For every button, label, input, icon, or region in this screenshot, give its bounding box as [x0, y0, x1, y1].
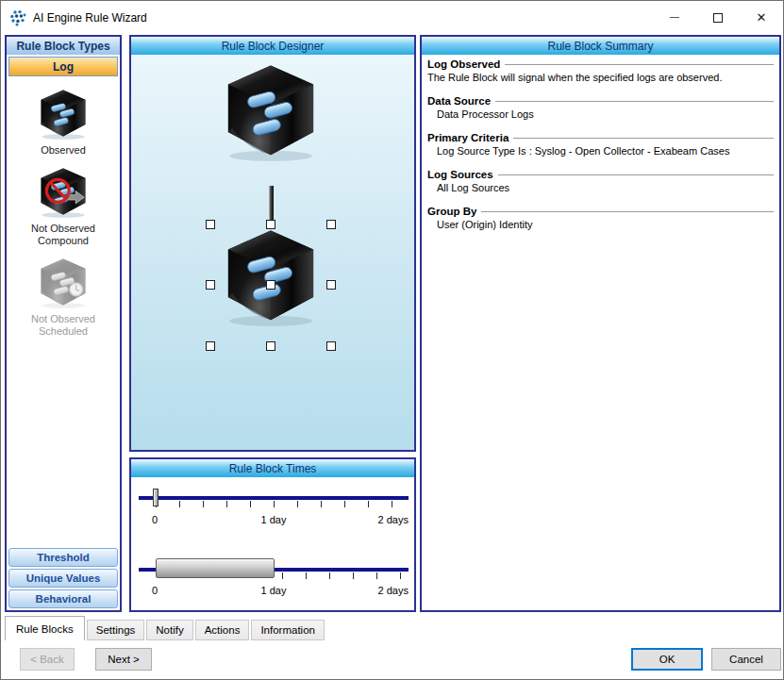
behavioral-category-button[interactable]: Behavioral — [8, 589, 118, 608]
summary-section-title: Log Observed — [427, 58, 774, 70]
not-observed-scheduled-icon — [34, 256, 92, 309]
tick-label: 2 days — [378, 585, 409, 596]
tab-information[interactable]: Information — [251, 620, 325, 640]
range-slider-ticks — [282, 572, 412, 579]
summary-section-text: User (Origin) Identity — [427, 219, 774, 230]
time-slider-track[interactable] — [139, 496, 409, 500]
selection-handle-bottom-left[interactable] — [206, 341, 215, 351]
rule-block-designer-header: Rule Block Designer — [131, 37, 414, 55]
not-observed-compound-icon — [34, 165, 92, 219]
rule-type-not-observed-compound-label: Not Observed Compound — [20, 223, 107, 247]
selection-handle-mid-left[interactable] — [206, 280, 215, 290]
minimize-button[interactable] — [653, 1, 696, 34]
time-slider-thumb[interactable] — [153, 489, 158, 506]
source-rule-block-cube[interactable] — [214, 59, 327, 163]
summary-section-title: Group By — [427, 206, 774, 217]
time-slider-ticks — [156, 501, 407, 507]
selection-handle-mid-center[interactable] — [266, 280, 275, 290]
designer-canvas[interactable] — [131, 55, 414, 450]
rule-block-types-panel: Rule Block Types Log Observed Not Observ… — [5, 35, 122, 612]
logrhythm-logo-icon — [9, 9, 26, 26]
tab-rule-blocks[interactable]: Rule Blocks — [5, 616, 85, 640]
summary-section: Primary Criteria Log Source Type Is : Sy… — [427, 132, 774, 157]
summary-section-text: Data Processor Logs — [427, 108, 774, 120]
range-slider-labels: 0 1 day 2 days — [139, 585, 409, 597]
range-slider-bar[interactable] — [156, 558, 275, 578]
rule-block-summary-panel: Rule Block Summary Log Observed The Rule… — [420, 35, 781, 612]
selection-handle-top-left[interactable] — [206, 220, 215, 229]
unique-values-category-button[interactable]: Unique Values — [8, 569, 118, 588]
selection-handle-bottom-right[interactable] — [326, 341, 336, 351]
tick-label: 0 — [152, 514, 158, 525]
rule-type-not-observed-scheduled-label: Not Observed Scheduled — [20, 313, 107, 338]
threshold-category-button[interactable]: Threshold — [8, 548, 118, 567]
close-button[interactable]: ✕ — [740, 1, 783, 34]
back-button: < Back — [20, 648, 75, 671]
rule-block-times-header: Rule Block Times — [131, 459, 414, 477]
rule-block-designer-panel: Rule Block Designer — [129, 35, 416, 452]
wizard-tabbar: Rule Blocks Settings Notify Actions Info… — [5, 616, 779, 640]
rule-type-not-observed-scheduled: Not Observed Scheduled — [7, 256, 120, 338]
window-title: AI Engine Rule Wizard — [33, 11, 147, 25]
rule-type-not-observed-compound[interactable]: Not Observed Compound — [7, 165, 120, 247]
summary-body: Log Observed The Rule Block will signal … — [422, 55, 779, 610]
footer: < Back Next > OK Cancel — [1, 646, 783, 676]
cancel-button[interactable]: Cancel — [711, 648, 781, 671]
log-category-button[interactable]: Log — [8, 57, 118, 76]
selection-handle-top-right[interactable] — [326, 220, 336, 229]
minimize-icon — [670, 17, 679, 18]
rule-type-observed[interactable]: Observed — [7, 87, 120, 157]
tick-label: 1 day — [261, 514, 287, 525]
maximize-button[interactable] — [696, 1, 740, 34]
ok-button[interactable]: OK — [631, 648, 703, 671]
selected-rule-block-cube[interactable] — [214, 224, 327, 328]
selection-handle-top-center[interactable] — [266, 220, 275, 229]
times-body: 0 1 day 2 days 0 1 day 2 days — [131, 477, 414, 610]
summary-section-title: Log Sources — [427, 169, 774, 180]
summary-section-title: Data Source — [427, 95, 774, 107]
titlebar: AI Engine Rule Wizard ✕ — [1, 1, 783, 34]
summary-section-title: Primary Criteria — [427, 132, 774, 143]
next-button[interactable]: Next > — [95, 648, 152, 671]
close-icon: ✕ — [757, 10, 767, 25]
observed-cube-icon — [34, 87, 92, 141]
rule-type-observed-label: Observed — [20, 144, 107, 157]
maximize-icon — [713, 13, 723, 23]
summary-section: Log Observed The Rule Block will signal … — [427, 58, 774, 83]
tick-label: 0 — [152, 585, 158, 596]
tick-label: 2 days — [378, 514, 409, 525]
selection-handle-bottom-center[interactable] — [266, 341, 275, 351]
tab-notify[interactable]: Notify — [146, 620, 192, 640]
ai-engine-rule-wizard-window: AI Engine Rule Wizard ✕ Rule Block Types… — [0, 0, 784, 680]
summary-section-text: All Log Sources — [427, 182, 774, 193]
summary-section-text: The Rule Block will signal when the spec… — [427, 72, 774, 83]
tab-settings[interactable]: Settings — [87, 620, 145, 640]
summary-section: Data Source Data Processor Logs — [427, 95, 774, 120]
tab-actions[interactable]: Actions — [195, 620, 250, 640]
summary-section: Log Sources All Log Sources — [427, 169, 774, 193]
rule-block-summary-header: Rule Block Summary — [422, 37, 779, 55]
rule-block-times-panel: Rule Block Times 0 1 day 2 days 0 1 day … — [129, 457, 416, 612]
time-slider-labels: 0 1 day 2 days — [139, 514, 409, 526]
summary-section: Group By User (Origin) Identity — [427, 206, 774, 230]
summary-section-text: Log Source Type Is : Syslog - Open Colle… — [427, 145, 774, 157]
selection-handle-mid-right[interactable] — [326, 280, 336, 290]
rule-block-types-header: Rule Block Types — [7, 37, 120, 55]
tick-label: 1 day — [261, 585, 287, 596]
